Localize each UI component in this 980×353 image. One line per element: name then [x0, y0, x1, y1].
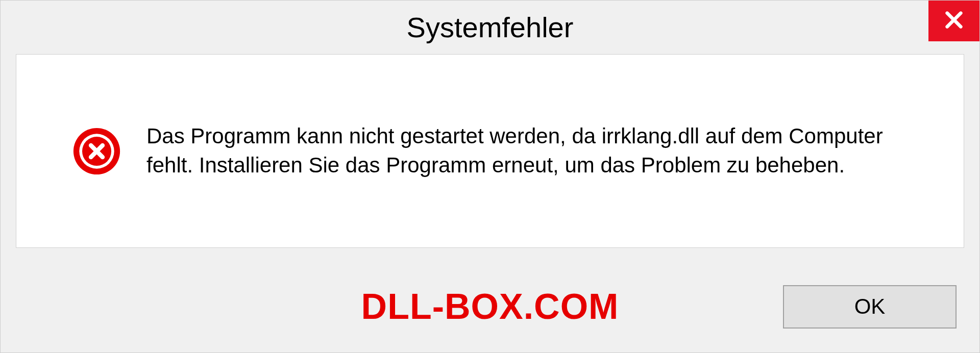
error-icon	[72, 127, 121, 175]
title-bar: Systemfehler	[1, 1, 979, 54]
watermark-text: DLL-BOX.COM	[361, 286, 619, 327]
dialog-title: Systemfehler	[407, 11, 574, 44]
message-panel: Das Programm kann nicht gestartet werden…	[16, 54, 964, 248]
close-icon	[944, 10, 964, 32]
dialog-footer: DLL-BOX.COM OK	[1, 261, 979, 352]
ok-button[interactable]: OK	[783, 285, 957, 329]
error-message: Das Programm kann nicht gestartet werden…	[146, 122, 923, 180]
close-button[interactable]	[928, 1, 979, 41]
